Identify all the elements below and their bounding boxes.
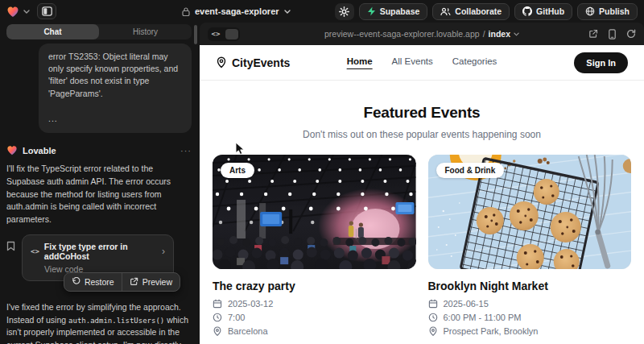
preview-toolbar: <> preview--event-saga-explorer.lovable.… xyxy=(200,23,644,45)
collaborate-button[interactable]: Collaborate xyxy=(432,3,510,20)
open-in-new-tab-icon[interactable] xyxy=(588,29,598,39)
bookmark-icon[interactable] xyxy=(6,241,15,253)
calendar-icon xyxy=(428,299,438,309)
url-separator: / xyxy=(483,29,485,39)
project-chevron-down-icon xyxy=(284,10,291,14)
chat-scrollbar[interactable] xyxy=(194,25,197,44)
category-badge: Arts xyxy=(221,163,254,178)
event-title: Brooklyn Night Market xyxy=(428,280,632,292)
code-toggle-icon: <> xyxy=(208,30,224,38)
url-page: index xyxy=(489,29,510,39)
nav-categories[interactable]: Categories xyxy=(452,56,497,69)
topbar: event-saga-explorer xyxy=(0,0,644,23)
sign-in-button[interactable]: Sign In xyxy=(574,52,628,73)
event-location-row: Prospect Park, Brooklyn xyxy=(428,326,632,336)
clock-icon xyxy=(213,313,222,322)
github-icon xyxy=(522,6,532,16)
event-card[interactable]: Arts The crazy party xyxy=(213,155,416,336)
workspace-chevron-down-icon[interactable] xyxy=(23,10,30,14)
people-icon xyxy=(440,7,451,16)
nav-all-events[interactable]: All Events xyxy=(392,56,433,69)
assistant-intro-text: I'll fix the TypeScript error related to… xyxy=(6,163,192,226)
assistant-outro-text: I've fixed the error by simplifying the … xyxy=(6,301,192,344)
hero-title: Featured Events xyxy=(200,104,644,122)
github-label: GitHub xyxy=(536,6,564,16)
event-time-row: 6:00 PM - 11:00 PM xyxy=(428,313,632,322)
pin-icon xyxy=(428,326,438,336)
refresh-icon[interactable] xyxy=(626,29,636,39)
site-nav: Home All Events Categories xyxy=(347,56,497,69)
lovable-workspace: event-saga-explorer xyxy=(0,0,644,344)
user-message-text: error TS2353: Object literal may only sp… xyxy=(48,51,182,100)
event-date: 2025-03-12 xyxy=(228,299,273,309)
toggle-knob xyxy=(225,29,238,39)
event-card[interactable]: Food & Drink Brooklyn Night Market xyxy=(428,155,632,336)
edit-card-chevron-icon: › xyxy=(162,246,165,257)
chat-history-tabs: Chat History xyxy=(6,24,192,39)
nav-home[interactable]: Home xyxy=(347,56,373,69)
external-link-icon xyxy=(130,277,138,286)
collaborate-label: Collaborate xyxy=(455,6,502,16)
calendar-icon xyxy=(213,299,222,309)
mobile-view-icon[interactable] xyxy=(609,29,616,39)
restore-button[interactable]: Restore xyxy=(64,273,122,291)
settings-button[interactable] xyxy=(335,3,354,20)
preview-button[interactable]: Preview xyxy=(122,273,180,291)
gear-icon xyxy=(339,6,349,17)
preview-label: Preview xyxy=(142,277,172,287)
project-name-menu[interactable]: event-saga-explorer xyxy=(182,0,291,23)
code-icon: <> xyxy=(31,247,39,255)
restore-icon xyxy=(72,277,80,286)
restore-preview-toolbar: Restore Preview xyxy=(64,272,180,292)
toggle-sidebar-button[interactable] xyxy=(37,3,56,19)
event-date-row: 2025-06-15 xyxy=(428,299,632,309)
outro-code-1: auth.admin.listUsers() xyxy=(68,317,164,325)
event-title: The crazy party xyxy=(213,280,416,292)
code-preview-toggle[interactable]: <> xyxy=(208,27,240,41)
site-header: CityEvents Home All Events Categories Si… xyxy=(200,45,644,81)
message-more-icon[interactable]: ··· xyxy=(180,146,192,155)
event-image-venue: Arts xyxy=(213,155,416,269)
assistant-name: Lovable xyxy=(23,146,56,155)
supabase-label: Supabase xyxy=(380,6,420,16)
event-time: 7:00 xyxy=(228,313,245,322)
lovable-heart-icon xyxy=(6,145,18,155)
user-message-ellipsis: ... xyxy=(48,113,182,125)
event-time: 6:00 PM - 11:00 PM xyxy=(444,313,522,322)
preview-panel: <> preview--event-saga-explorer.lovable.… xyxy=(200,23,644,344)
preview-url[interactable]: preview--event-saga-explorer.lovable.app… xyxy=(324,29,519,39)
supabase-button[interactable]: Supabase xyxy=(359,3,428,20)
globe-icon xyxy=(585,6,595,16)
rendered-site: CityEvents Home All Events Categories Si… xyxy=(200,45,644,344)
site-brand[interactable]: CityEvents xyxy=(216,56,290,69)
url-chevron-down-icon xyxy=(514,32,519,36)
event-time-row: 7:00 xyxy=(213,313,416,322)
chat-sidebar: Chat History error TS2353: Object litera… xyxy=(0,23,200,344)
assistant-header: Lovable ··· xyxy=(6,145,192,155)
hero-section: Featured Events Don't miss out on these … xyxy=(200,81,644,140)
map-pin-icon xyxy=(216,56,227,68)
hero-subtitle: Don't miss out on these popular events h… xyxy=(200,129,644,140)
brand-name: CityEvents xyxy=(232,56,290,69)
event-location-row: Barcelona xyxy=(213,326,416,336)
lovable-logo-icon[interactable] xyxy=(6,6,19,18)
tab-history[interactable]: History xyxy=(99,24,192,39)
restore-label: Restore xyxy=(85,277,114,287)
clock-icon xyxy=(428,313,438,322)
lock-icon xyxy=(182,7,190,16)
user-message-bubble: error TS2353: Object literal may only sp… xyxy=(39,44,192,133)
event-location: Prospect Park, Brooklyn xyxy=(444,326,539,336)
github-button[interactable]: GitHub xyxy=(514,3,572,20)
edit-card-title: Fix type type error in addCoHost xyxy=(44,242,157,261)
event-cards: Arts The crazy party xyxy=(200,155,644,336)
project-name: event-saga-explorer xyxy=(195,6,279,16)
panel-icon xyxy=(42,6,52,16)
pin-icon xyxy=(213,326,222,336)
publish-button[interactable]: Publish xyxy=(577,3,638,20)
event-image-cookies: Food & Drink xyxy=(428,155,632,269)
event-location: Barcelona xyxy=(228,326,268,336)
tab-chat[interactable]: Chat xyxy=(6,24,99,39)
event-date: 2025-06-15 xyxy=(444,299,489,309)
category-badge: Food & Drink xyxy=(436,163,505,178)
supabase-bolt-icon xyxy=(367,6,376,16)
